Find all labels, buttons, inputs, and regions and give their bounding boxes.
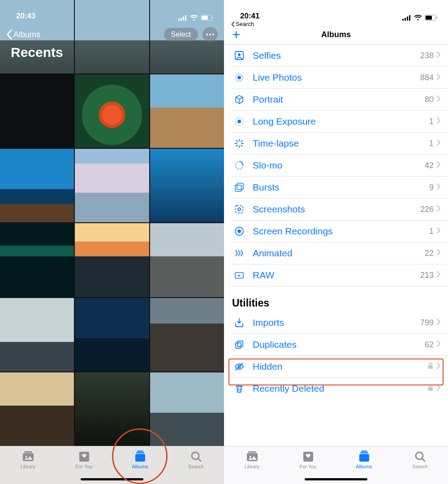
album-row-live photos[interactable]: Live Photos 884 — [232, 67, 448, 89]
row-label: Time-lapse — [253, 138, 429, 149]
album-row-raw[interactable]: R RAW 213 — [232, 264, 448, 286]
album-row-screen recordings[interactable]: Screen Recordings 1 — [232, 220, 448, 242]
status-time: 20:41 — [240, 12, 259, 21]
chevron-right-icon — [436, 73, 441, 82]
row-label: Screenshots — [253, 204, 420, 215]
photo-thumbnail[interactable] — [0, 74, 74, 148]
albums-list-body[interactable]: Selfies 238 Live Photos 884 Portrait 80 … — [224, 45, 448, 446]
album-row-duplicates[interactable]: Duplicates 62 — [232, 334, 448, 356]
chevron-right-icon — [436, 384, 441, 393]
home-indicator[interactable] — [81, 478, 143, 480]
tab-albums[interactable]: Albums — [112, 450, 168, 469]
svg-rect-61 — [359, 454, 369, 462]
row-count: 884 — [420, 73, 434, 82]
tab-library[interactable]: Library — [224, 450, 280, 469]
photo-thumbnail[interactable] — [75, 298, 149, 372]
chevron-left-icon — [231, 22, 235, 27]
add-button[interactable]: + — [232, 29, 241, 40]
photo-thumbnail[interactable] — [0, 298, 74, 372]
livephoto-icon — [232, 72, 246, 83]
svg-rect-11 — [24, 451, 32, 453]
tab-albums[interactable]: Albums — [336, 450, 392, 469]
row-count: 22 — [425, 249, 434, 258]
photo-thumbnail[interactable] — [150, 149, 224, 222]
album-row-hidden[interactable]: Hidden — [232, 356, 448, 378]
photo-thumbnail[interactable] — [150, 298, 224, 372]
album-row-long exposure[interactable]: Long Exposure 1 — [232, 111, 448, 133]
chevron-right-icon — [436, 249, 441, 258]
row-label: RAW — [253, 270, 420, 281]
home-indicator[interactable] — [305, 478, 367, 480]
album-row-screenshots[interactable]: Screenshots 226 — [232, 199, 448, 220]
battery-icon — [425, 15, 437, 21]
svg-rect-5 — [202, 16, 208, 20]
cellular-icon — [178, 15, 187, 21]
photo-thumbnail[interactable] — [150, 372, 224, 446]
svg-rect-62 — [360, 452, 368, 454]
photo-thumbnail[interactable] — [150, 223, 224, 297]
row-label: Hidden — [253, 361, 427, 372]
svg-point-7 — [206, 34, 208, 35]
tab-label: Library — [245, 464, 260, 469]
photo-thumbnail[interactable] — [75, 223, 149, 297]
library-icon — [22, 450, 35, 462]
svg-rect-2 — [183, 17, 184, 21]
tab-search[interactable]: Search — [392, 450, 448, 469]
album-row-animated[interactable]: Animated 22 — [232, 242, 448, 264]
row-count: 1 — [429, 227, 434, 236]
photo-grid[interactable] — [0, 0, 224, 446]
back-to-search[interactable]: Search — [224, 21, 448, 27]
tab-for-you[interactable]: For You — [56, 450, 112, 469]
row-label: Selfies — [253, 50, 420, 61]
svg-rect-10 — [23, 453, 34, 461]
svg-rect-22 — [409, 15, 410, 21]
album-row-portrait[interactable]: Portrait 80 — [232, 89, 448, 111]
row-count: 80 — [425, 95, 434, 104]
utilities-header: Utilities — [224, 286, 448, 312]
svg-line-38 — [241, 141, 242, 142]
chevron-right-icon — [436, 340, 441, 349]
tab-library[interactable]: Library — [0, 450, 56, 469]
tab-for-you[interactable]: For You — [280, 450, 336, 469]
photo-thumbnail[interactable] — [75, 372, 149, 446]
album-row-time-lapse[interactable]: Time-lapse 1 — [232, 133, 448, 155]
svg-rect-3 — [185, 15, 186, 21]
chevron-right-icon — [436, 117, 441, 126]
photo-thumbnail[interactable] — [75, 149, 149, 222]
tab-label: Search — [412, 464, 428, 469]
album-row-recently deleted[interactable]: Recently Deleted — [232, 378, 448, 399]
svg-rect-42 — [237, 183, 243, 190]
imports-icon — [232, 317, 246, 328]
left-nav-overlay: Albums Select — [0, 27, 224, 42]
cellular-icon — [402, 15, 411, 21]
tab-search[interactable]: Search — [168, 450, 224, 469]
photo-thumbnail[interactable] — [75, 74, 149, 148]
raw-icon: R — [232, 270, 246, 281]
back-button[interactable]: Albums — [6, 30, 40, 39]
album-row-bursts[interactable]: Bursts 9 — [232, 177, 448, 199]
search-icon — [414, 450, 427, 462]
chevron-right-icon — [436, 271, 441, 280]
photo-thumbnail[interactable] — [0, 223, 74, 297]
select-button[interactable]: Select — [164, 28, 198, 41]
status-bar: 20:41 — [224, 0, 448, 22]
photo-thumbnail[interactable] — [150, 74, 224, 148]
status-icons — [402, 15, 437, 21]
status-time: 20:43 — [16, 12, 35, 21]
photo-thumbnail[interactable] — [0, 149, 74, 222]
svg-point-12 — [26, 456, 27, 458]
more-button[interactable] — [202, 27, 218, 42]
album-row-slo-mo[interactable]: Slo-mo 42 — [232, 155, 448, 177]
page-title: Recents — [11, 45, 63, 60]
svg-point-8 — [209, 34, 211, 35]
svg-rect-6 — [212, 17, 213, 19]
album-row-imports[interactable]: Imports 799 — [232, 312, 448, 334]
svg-rect-41 — [235, 185, 241, 191]
chevron-left-icon — [6, 30, 13, 39]
back-label: Albums — [13, 30, 40, 39]
photo-thumbnail[interactable] — [0, 372, 74, 446]
wifi-icon — [414, 15, 422, 21]
album-row-selfies[interactable]: Selfies 238 — [232, 45, 448, 67]
row-count: 62 — [425, 340, 434, 350]
svg-line-37 — [241, 145, 242, 147]
